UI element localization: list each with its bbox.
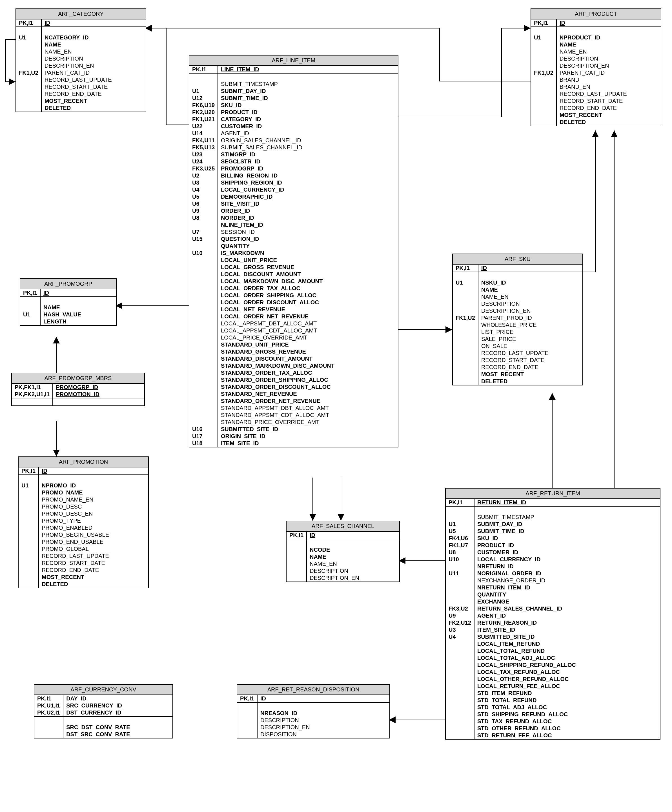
field-cell: LINE_ITEM_ID: [218, 66, 398, 73]
field-cell: QUANTITY: [218, 242, 398, 250]
field-cell: ID: [41, 19, 146, 27]
entity-arf-promogrp-mbrs: ARF_PROMOGRP_MBRSPK,FK1,I1PROMOGRP_IDPK,…: [11, 373, 145, 406]
field-cell: SESSION_ID: [218, 229, 398, 235]
key-cell: U9: [446, 612, 474, 619]
key-cell: [531, 84, 556, 90]
entity-title: ARF_PROMOGRP_MBRS: [12, 373, 144, 384]
field-cell: DELETED: [478, 378, 582, 385]
field-cell: NAME_EN: [478, 293, 582, 300]
entity-arf-currency-conv: ARF_CURRENCY_CONVPK,I1DAY_IDPK,U1,I1SRC_…: [34, 684, 173, 739]
key-cell: [531, 48, 556, 55]
key-cell: PK,I1: [34, 695, 63, 702]
key-cell: U1: [16, 34, 41, 41]
key-cell: [189, 285, 218, 292]
key-cell: U3: [189, 179, 218, 186]
field-cell: NAME: [478, 286, 582, 293]
key-cell: [453, 350, 478, 357]
key-cell: [531, 90, 556, 97]
key-cell: PK,I1: [446, 499, 474, 506]
entity-arf-sku: ARF_SKUPK,I1ID U1NSKU_ID NAME NAME_EN DE…: [452, 254, 583, 386]
key-cell: FK1,U2: [16, 69, 41, 76]
field-cell: NCODE: [307, 546, 399, 553]
field-cell: RECORD_END_DATE: [41, 90, 146, 97]
key-cell: [446, 563, 474, 570]
field-cell: NRETURN_ID: [474, 563, 660, 570]
key-cell: [19, 531, 39, 538]
key-cell: [189, 369, 218, 376]
key-cell: U11: [446, 570, 474, 577]
entity-fields: PK,I1ID U1NCATEGORY_ID NAME NAME_EN DESC…: [16, 19, 146, 112]
key-cell: U3: [446, 626, 474, 633]
key-cell: [189, 397, 218, 404]
key-cell: [237, 731, 257, 738]
field-cell: SRC_DST_CONV_RATE: [63, 724, 172, 731]
field-cell: PROMOTION_ID: [53, 391, 144, 398]
field-cell: ORDER_ID: [218, 207, 398, 215]
field-cell: LOCAL_APPSMT_DBT_ALLOC_AMT: [218, 320, 398, 327]
field-cell: BRAND: [556, 76, 661, 84]
key-cell: [531, 62, 556, 69]
field-cell: DESCRIPTION: [41, 55, 146, 62]
key-cell: [189, 362, 218, 369]
field-cell: PROMOGRP_ID: [53, 384, 144, 391]
key-cell: [189, 327, 218, 334]
key-cell: PK,I1: [19, 467, 39, 475]
key-cell: [189, 299, 218, 306]
entity-arf-sales-channel: ARF_SALES_CHANNELPK,I1ID NCODE NAME NAME…: [286, 521, 400, 582]
key-cell: [531, 104, 556, 112]
key-cell: [446, 647, 474, 655]
field-cell: ID: [556, 19, 661, 27]
field-cell: NAME_EN: [41, 48, 146, 55]
key-cell: [287, 546, 307, 553]
key-cell: [19, 524, 39, 531]
field-cell: PRODUCT_ID: [474, 542, 660, 549]
field-cell: SUBMIT_TIMESTAMP: [218, 80, 398, 88]
key-cell: [189, 80, 218, 88]
field-cell: DEMOGRAPHIC_ID: [218, 193, 398, 200]
field-cell: PARENT_PROD_ID: [478, 314, 582, 321]
field-cell: SUBMIT_DAY_ID: [474, 521, 660, 528]
key-cell: [16, 55, 41, 62]
field-cell: LOCAL_CURRENCY_ID: [474, 556, 660, 563]
field-cell: NAME: [556, 41, 661, 48]
field-cell: LOCAL_CURRENCY_ID: [218, 186, 398, 193]
field-cell: RECORD_END_DATE: [478, 364, 582, 371]
field-cell: ITEM_SITE_ID: [218, 440, 398, 447]
field-cell: PROMO_END_USABLE: [39, 538, 148, 546]
key-cell: [16, 97, 41, 104]
key-cell: U18: [189, 440, 218, 447]
entity-title: ARF_PROMOGRP: [20, 279, 116, 289]
key-cell: [446, 690, 474, 697]
key-cell: [446, 577, 474, 584]
entity-fields: PK,I1RETURN_ITEM_ID SUBMIT_TIMESTAMPU1SU…: [446, 499, 660, 739]
key-cell: U12: [189, 95, 218, 102]
key-cell: [446, 655, 474, 662]
key-cell: [237, 717, 257, 724]
field-cell: NPROMO_ID: [39, 482, 148, 489]
entity-arf-line-item: ARF_LINE_ITEMPK,I1LINE_ITEM_ID SUBMIT_TI…: [189, 55, 398, 447]
field-cell: NAME: [40, 304, 116, 311]
key-cell: FK5,U13: [189, 144, 218, 151]
field-cell: STD_TOTAL_REFUND: [474, 697, 660, 704]
key-cell: [19, 489, 39, 496]
key-cell: [446, 662, 474, 669]
entity-arf-product: ARF_PRODUCTPK,I1ID U1NPRODUCT_ID NAME NA…: [530, 9, 661, 126]
field-cell: RECORD_START_DATE: [39, 560, 148, 566]
field-cell: EXCHANGE: [474, 598, 660, 605]
field-cell: RECORD_END_DATE: [39, 566, 148, 574]
key-cell: [16, 104, 41, 112]
field-cell: LOCAL_DISCOUNT_AMOUNT: [218, 271, 398, 278]
field-cell: AGENT_ID: [218, 130, 398, 137]
entity-title: ARF_PROMOTION: [19, 457, 148, 467]
field-cell: DESCRIPTION: [556, 55, 661, 62]
field-cell: RECORD_LAST_UPDATE: [41, 76, 146, 84]
field-cell: DST_SRC_CONV_RATE: [63, 731, 172, 738]
key-cell: U4: [189, 186, 218, 193]
field-cell: PROMO_NAME: [39, 489, 148, 496]
key-cell: U10: [446, 556, 474, 563]
field-cell: LOCAL_TOTAL_REFUND: [474, 647, 660, 655]
key-cell: [19, 581, 39, 588]
key-cell: FK2,U12: [446, 619, 474, 626]
field-cell: DAY_ID: [63, 695, 172, 702]
field-cell: DESCRIPTION_EN: [478, 307, 582, 314]
